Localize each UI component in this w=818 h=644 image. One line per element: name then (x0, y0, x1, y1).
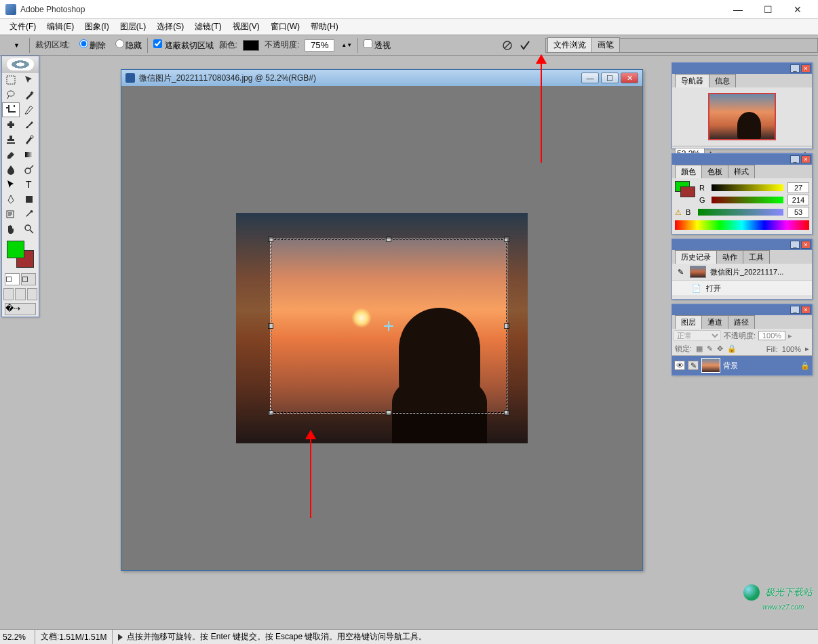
color-spectrum[interactable] (675, 220, 809, 230)
eraser-tool[interactable] (2, 147, 20, 162)
tab-tools[interactable]: 工具 (743, 250, 770, 264)
doc-maximize-button[interactable]: ☐ (601, 73, 619, 83)
image-canvas[interactable] (236, 213, 528, 443)
pen-tool[interactable] (2, 192, 20, 207)
foreground-color-swatch[interactable] (7, 241, 24, 258)
crop-handle-sw[interactable] (268, 410, 273, 416)
menu-view[interactable]: 视图(V) (227, 20, 265, 34)
navigator-thumbnail[interactable] (708, 93, 776, 140)
dodge-tool[interactable] (20, 162, 38, 177)
lock-move-icon[interactable]: ✥ (717, 344, 723, 353)
screen-mode-1[interactable] (3, 288, 14, 300)
minimize-button[interactable]: — (723, 2, 753, 17)
tab-navigator[interactable]: 导航器 (675, 74, 709, 87)
marquee-tool[interactable] (2, 73, 20, 87)
menu-edit[interactable]: 编辑(E) (41, 20, 79, 34)
shape-tool[interactable] (20, 192, 38, 207)
fill-value[interactable]: 100% (782, 345, 801, 353)
maximize-button[interactable]: ☐ (753, 2, 783, 17)
color-fg-bg-swatches[interactable] (675, 181, 695, 197)
menu-image[interactable]: 图象(I) (79, 20, 114, 34)
wand-tool[interactable] (20, 87, 38, 102)
history-snapshot[interactable]: ✎ 微信图片_20221117... (672, 264, 812, 281)
history-step-open[interactable]: 📄 打开 (672, 281, 812, 296)
crop-handle-se[interactable] (504, 410, 509, 416)
notes-tool[interactable] (2, 207, 20, 222)
close-button[interactable]: ✕ (783, 2, 813, 17)
crop-handle-ne[interactable] (504, 237, 509, 242)
blur-tool[interactable] (2, 162, 20, 177)
cancel-crop-icon[interactable] (502, 40, 513, 51)
history-brush-tool[interactable] (20, 132, 38, 147)
r-slider[interactable] (712, 184, 783, 191)
layer-background[interactable]: 👁 ✎ 背景 🔒 (672, 356, 812, 375)
lasso-tool[interactable] (2, 87, 20, 102)
crop-handle-nw[interactable] (268, 237, 273, 242)
type-tool[interactable]: T (20, 177, 38, 192)
radio-delete[interactable]: 删除 (75, 39, 106, 52)
crop-marquee[interactable] (270, 239, 507, 414)
doc-minimize-button[interactable]: — (581, 73, 599, 83)
g-slider[interactable] (712, 197, 783, 203)
tab-history[interactable]: 历史记录 (675, 250, 717, 264)
menu-window[interactable]: 窗口(W) (265, 20, 305, 34)
stamp-tool[interactable] (2, 132, 20, 147)
layer-opacity-value[interactable]: 100% (758, 331, 785, 340)
doc-close-button[interactable]: ✕ (621, 73, 638, 83)
tab-swatches[interactable]: 色板 (701, 165, 728, 178)
screen-mode-3[interactable] (27, 288, 37, 300)
crop-handle-w[interactable] (268, 323, 273, 329)
slice-tool[interactable] (20, 102, 38, 117)
panel-close[interactable]: × (801, 155, 811, 163)
menu-layer[interactable]: 图层(L) (115, 20, 152, 34)
panel-minimize[interactable]: _ (790, 155, 800, 163)
path-select-tool[interactable] (2, 177, 20, 192)
crop-tool-preset[interactable]: ▼ (7, 41, 24, 50)
tab-styles[interactable]: 样式 (728, 165, 755, 178)
perspective-checkbox[interactable]: 透视 (364, 39, 391, 52)
crop-handle-n[interactable] (386, 237, 391, 242)
menu-file[interactable]: 文件(F) (4, 20, 41, 34)
tab-file-browser[interactable]: 文件浏览 (547, 37, 592, 52)
play-icon[interactable] (118, 634, 123, 641)
toolbox-header[interactable] (2, 56, 39, 73)
tab-channels[interactable]: 通道 (701, 315, 728, 329)
standard-mode-button[interactable]: ◻ (5, 273, 20, 285)
opacity-stepper[interactable]: ▲▼ (341, 43, 352, 47)
canvas-area[interactable] (121, 86, 642, 570)
move-tool[interactable] (20, 73, 38, 87)
panel-minimize[interactable]: _ (790, 64, 800, 73)
jump-to-button[interactable]: �⇢ (5, 303, 36, 315)
brush-tool[interactable] (20, 117, 38, 132)
crop-handle-e[interactable] (504, 323, 509, 329)
tab-actions[interactable]: 动作 (716, 250, 743, 264)
crop-handle-s[interactable] (386, 410, 391, 416)
hand-tool[interactable] (2, 222, 20, 237)
shield-checkbox[interactable]: 遮蔽裁切区域 (153, 39, 213, 52)
blend-mode-select[interactable]: 正常 (674, 330, 721, 341)
visibility-icon[interactable]: 👁 (674, 361, 685, 370)
quickmask-mode-button[interactable]: ◻ (21, 273, 36, 285)
tab-brushes[interactable]: 画笔 (591, 37, 620, 52)
shield-opacity-input[interactable] (305, 39, 334, 52)
healing-tool[interactable] (2, 117, 20, 132)
shield-color-swatch[interactable] (243, 40, 259, 51)
status-zoom[interactable]: 52.2% (0, 630, 35, 644)
gradient-tool[interactable] (20, 147, 38, 162)
crop-tool[interactable] (2, 102, 20, 117)
eyedropper-tool[interactable] (20, 207, 38, 222)
tab-paths[interactable]: 路径 (728, 315, 755, 329)
status-docsize[interactable]: 文档:1.51M/1.51M (35, 630, 113, 644)
tab-color[interactable]: 颜色 (675, 165, 702, 178)
lock-paint-icon[interactable]: ✎ (707, 344, 713, 353)
panel-close[interactable]: × (801, 241, 811, 249)
tab-info[interactable]: 信息 (709, 74, 736, 87)
panel-minimize[interactable]: _ (790, 306, 800, 314)
menu-help[interactable]: 帮助(H) (305, 20, 344, 34)
screen-mode-2[interactable] (15, 288, 25, 300)
lock-transparency-icon[interactable]: ▦ (696, 344, 703, 353)
tab-layers[interactable]: 图层 (675, 315, 702, 329)
panel-close[interactable]: × (801, 306, 811, 314)
panel-close[interactable]: × (801, 64, 811, 73)
b-slider[interactable] (698, 209, 783, 216)
